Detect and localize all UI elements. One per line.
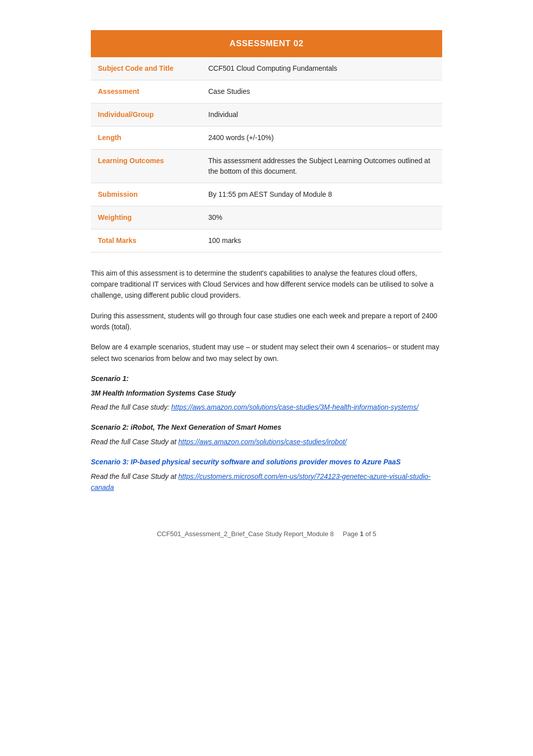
scenario3-label: Scenario 3: IP-based physical security s… <box>91 456 442 467</box>
table-row: Weighting30% <box>91 206 442 229</box>
page-footer: CCF501_Assessment_2_Brief_Case Study Rep… <box>91 523 442 539</box>
footer-page: Page 1 of 5 <box>343 530 376 538</box>
body-para1: This aim of this assessment is to determ… <box>91 268 442 301</box>
scenario1-label: Scenario 1: <box>91 373 442 384</box>
table-row: Subject Code and TitleCCF501 Cloud Compu… <box>91 57 442 80</box>
table-row: Total Marks100 marks <box>91 229 442 252</box>
table-label-cell: Learning Outcomes <box>91 149 201 183</box>
scenario1-link[interactable]: https://aws.amazon.com/solutions/case-st… <box>171 403 419 411</box>
table-label-cell: Length <box>91 126 201 149</box>
table-value-cell: 100 marks <box>201 229 442 252</box>
table-value-cell: Individual <box>201 103 442 126</box>
table-row: Individual/GroupIndividual <box>91 103 442 126</box>
table-label-cell: Weighting <box>91 206 201 229</box>
table-value-cell: Case Studies <box>201 80 442 103</box>
table-row: AssessmentCase Studies <box>91 80 442 103</box>
table-value-cell: 30% <box>201 206 442 229</box>
scenario2-link[interactable]: https://aws.amazon.com/solutions/case-st… <box>178 438 346 446</box>
table-value-cell: CCF501 Cloud Computing Fundamentals <box>201 57 442 80</box>
scenario2-label: Scenario 2: iRobot, The Next Generation … <box>91 422 442 433</box>
scenario1-title: 3M Health Information Systems Case Study <box>91 388 442 399</box>
scenario3-section: Scenario 3: IP-based physical security s… <box>91 456 442 493</box>
table-row: SubmissionBy 11:55 pm AEST Sunday of Mod… <box>91 183 442 206</box>
table-label-cell: Total Marks <box>91 229 201 252</box>
scenario1-read-text: Read the full Case study: https://aws.am… <box>91 402 442 413</box>
table-label-cell: Subject Code and Title <box>91 57 201 80</box>
table-label-cell: Submission <box>91 183 201 206</box>
scenario2-read-text: Read the full Case Study at https://aws.… <box>91 436 442 447</box>
body-para3: Below are 4 example scenarios, student m… <box>91 341 442 364</box>
table-row: Learning OutcomesThis assessment address… <box>91 149 442 183</box>
table-value-cell: 2400 words (+/-10%) <box>201 126 442 149</box>
table-row: Length2400 words (+/-10%) <box>91 126 442 149</box>
footer-text: CCF501_Assessment_2_Brief_Case Study Rep… <box>157 530 334 538</box>
assessment-table: ASSESSMENT 02 Subject Code and TitleCCF5… <box>91 30 442 253</box>
table-header-cell: ASSESSMENT 02 <box>91 30 442 57</box>
scenario1-section: Scenario 1: 3M Health Information System… <box>91 373 442 413</box>
scenario2-section: Scenario 2: iRobot, The Next Generation … <box>91 422 442 447</box>
table-value-cell: This assessment addresses the Subject Le… <box>201 149 442 183</box>
table-value-cell: By 11:55 pm AEST Sunday of Module 8 <box>201 183 442 206</box>
page-container: ASSESSMENT 02 Subject Code and TitleCCF5… <box>61 0 472 559</box>
table-label-cell: Individual/Group <box>91 103 201 126</box>
table-header-row: ASSESSMENT 02 <box>91 30 442 57</box>
scenario3-read-text: Read the full Case Study at https://cust… <box>91 471 442 493</box>
body-para2: During this assessment, students will go… <box>91 310 442 333</box>
table-label-cell: Assessment <box>91 80 201 103</box>
